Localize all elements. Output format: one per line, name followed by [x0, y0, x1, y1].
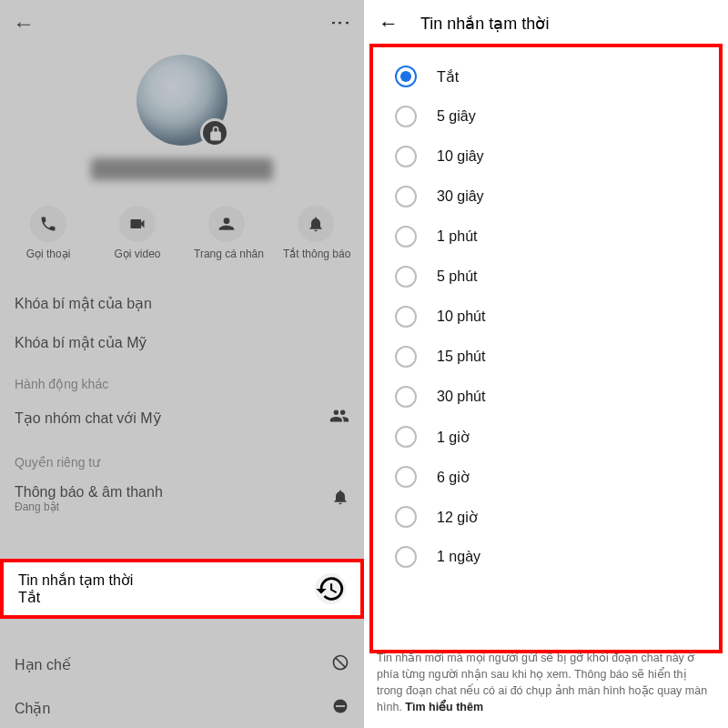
radio-icon [395, 106, 417, 127]
radio-icon [395, 226, 417, 248]
radio-icon [395, 546, 417, 568]
their-secret-key-label: Khóa bí mật của Mỹ [15, 334, 147, 351]
radio-icon [395, 466, 417, 488]
timer-option[interactable]: 30 giây [380, 177, 712, 217]
radio-icon [395, 506, 417, 528]
timer-option[interactable]: Tắt [380, 56, 712, 96]
restrict-icon [331, 653, 349, 675]
timer-option[interactable]: 10 giây [380, 136, 712, 177]
back-arrow-icon[interactable]: ← [13, 13, 35, 35]
timer-option[interactable]: 12 giờ [380, 497, 712, 537]
group-icon [329, 406, 349, 430]
video-call-label: Gọi video [105, 248, 170, 260]
timer-option-label: 30 giây [437, 188, 484, 205]
video-call-button[interactable]: Gọi video [105, 206, 170, 260]
timer-option[interactable]: 6 giờ [380, 457, 712, 497]
disappearing-messages-row-highlight: Tin nhắn tạm thời Tắt [0, 559, 364, 619]
disappearing-messages-row[interactable]: Tin nhắn tạm thời Tắt [4, 562, 360, 615]
radio-icon [395, 66, 417, 87]
video-icon [119, 206, 156, 242]
radio-icon [395, 346, 417, 368]
timer-option[interactable]: 5 phút [380, 257, 712, 297]
contact-settings-panel: ← ⋮ Gọi thoại Gọi video Trang cá nhâ [0, 0, 364, 728]
svg-rect-1 [336, 705, 345, 707]
timer-option-label: 1 ngày [437, 549, 480, 565]
timer-option[interactable]: 5 giây [380, 96, 712, 136]
quick-actions-row: Gọi thoại Gọi video Trang cá nhân Tắt th… [0, 206, 364, 260]
block-label: Chặn [15, 700, 50, 717]
history-icon [315, 573, 346, 604]
phone-icon [30, 206, 66, 242]
learn-more-link[interactable]: Tìm hiểu thêm [405, 701, 483, 713]
timer-option-label: Tắt [437, 68, 459, 86]
timer-option-label: 30 phút [437, 389, 485, 405]
voice-call-button[interactable]: Gọi thoại [15, 206, 81, 260]
profile-button[interactable]: Trang cá nhân [194, 206, 259, 260]
footer-note: Tin nhắn mới mà mọi người gửi sẽ bị gỡ k… [377, 650, 715, 716]
disappearing-messages-label: Tin nhắn tạm thời [18, 571, 133, 589]
radio-icon [395, 306, 417, 328]
voice-call-label: Gọi thoại [15, 248, 81, 260]
mute-button[interactable]: Tắt thông báo [283, 206, 349, 260]
timer-option-label: 12 giờ [437, 509, 478, 526]
timer-option-label: 1 giờ [437, 429, 470, 446]
restrict-label: Hạn chế [15, 656, 71, 673]
timer-option-label: 6 giờ [437, 469, 470, 486]
radio-icon [395, 386, 417, 408]
lock-badge-icon [207, 125, 225, 143]
notification-sound-sub: Đang bật [15, 500, 163, 513]
radio-icon [395, 266, 417, 288]
radio-icon [395, 146, 417, 167]
timer-options-highlight: Tắt5 giây10 giây30 giây1 phút5 phút10 ph… [369, 44, 723, 653]
more-vertical-icon[interactable]: ⋮ [329, 13, 352, 35]
contact-name-blurred [91, 158, 273, 180]
avatar[interactable] [136, 55, 228, 146]
timer-option-label: 15 phút [437, 349, 485, 365]
timer-option-label: 5 giây [437, 108, 476, 125]
section-other-actions: Hành động khác [0, 362, 364, 395]
create-group-label: Tạo nhóm chat với Mỹ [15, 410, 161, 427]
timer-option[interactable]: 1 phút [380, 217, 712, 257]
timer-option[interactable]: 1 giờ [380, 417, 712, 457]
radio-icon [395, 186, 417, 207]
timer-option-label: 10 phút [437, 308, 485, 325]
their-secret-key-row[interactable]: Khóa bí mật của Mỹ [0, 323, 364, 362]
timer-option-label: 5 phút [437, 268, 477, 285]
timer-option[interactable]: 30 phút [380, 377, 712, 417]
notification-sound-label: Thông báo & âm thanh [15, 484, 163, 500]
block-row[interactable]: Chặn [0, 686, 364, 728]
disappearing-messages-sub: Tắt [18, 590, 40, 605]
timer-option-label: 1 phút [437, 228, 477, 245]
bell-icon [298, 206, 334, 242]
timer-options-list: Tắt5 giây10 giây30 giây1 phút5 phút10 ph… [380, 56, 712, 577]
person-icon [208, 206, 245, 242]
profile-header [0, 47, 364, 180]
timer-option[interactable]: 10 phút [380, 297, 712, 337]
section-privacy: Quyền riêng tư [0, 440, 364, 473]
bell-solid-icon [331, 488, 349, 510]
page-title: Tin nhắn tạm thời [420, 14, 549, 34]
block-icon [331, 697, 349, 719]
your-secret-key-label: Khóa bí mật của bạn [15, 295, 152, 312]
disappearing-messages-panel: ← Tin nhắn tạm thời Tắt5 giây10 giây30 g… [364, 0, 728, 728]
mute-label: Tắt thông báo [283, 248, 349, 260]
your-secret-key-row[interactable]: Khóa bí mật của bạn [0, 284, 364, 323]
radio-icon [395, 426, 417, 448]
back-arrow-icon[interactable]: ← [379, 12, 399, 35]
timer-option[interactable]: 15 phút [380, 337, 712, 377]
timer-option-label: 10 giây [437, 148, 484, 165]
create-group-row[interactable]: Tạo nhóm chat với Mỹ [0, 395, 364, 440]
restrict-row[interactable]: Hạn chế [0, 642, 364, 686]
timer-option[interactable]: 1 ngày [380, 537, 712, 577]
profile-label: Trang cá nhân [194, 248, 259, 260]
notification-sound-row[interactable]: Thông báo & âm thanh Đang bật [0, 473, 364, 524]
